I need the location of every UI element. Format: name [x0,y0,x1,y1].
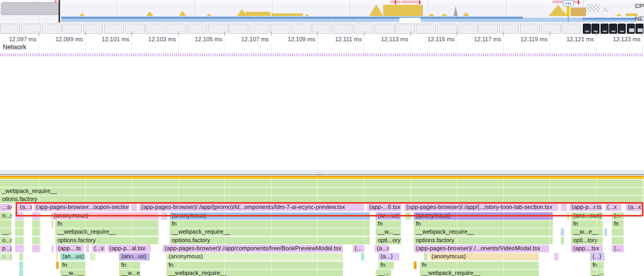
flame-bar[interactable]: p...js [0,245,12,252]
flame-bar[interactable] [612,228,624,236]
flame-bar[interactable]: fn [60,262,86,269]
flame-bar[interactable]: (app-p...al.tsx [107,245,151,252]
filmstrip-frame[interactable] [270,24,290,34]
flame-bar[interactable] [612,237,624,244]
flame-bar[interactable] [32,237,41,244]
filmstrip-frame[interactable] [104,24,124,34]
flame-bar[interactable]: (app....tsx [571,245,603,252]
filmstrip-frame[interactable] [583,24,591,34]
flame-bar[interactable]: (app-pages-browser)/./...onents/VideoMod… [414,245,550,252]
flame-bar[interactable]: __w...__ [60,270,86,276]
flame-bar[interactable]: options.factory [170,237,370,244]
flame-bar[interactable] [15,220,24,228]
flame-bar[interactable] [32,245,41,252]
flame-bar[interactable]: (ano...us) [119,253,150,260]
timeline-overview[interactable]: CPU NET [0,0,644,34]
filmstrip-frame[interactable] [42,24,62,34]
filmstrip-frame[interactable] [499,24,519,34]
filmstrip-frame[interactable] [291,24,311,34]
flame-bar[interactable]: __w...e__ [119,270,141,276]
flame-bar[interactable]: __webpack_require__ [55,228,159,236]
main-flame-chart[interactable]: _webpack_require__otions.factory...sx(a.… [0,175,644,276]
filmstrip-frame[interactable] [312,24,332,34]
filmstrip-frame[interactable] [21,24,41,34]
flame-bar[interactable]: __... [590,270,604,276]
flame-bar[interactable] [56,262,59,269]
flame-bar[interactable]: __w...e__ [571,228,603,236]
flame-bar[interactable] [52,245,54,252]
flame-bar[interactable]: __... [376,270,392,276]
filmstrip-frame[interactable] [478,24,498,34]
flame-bar[interactable]: __webpack_require__ [414,228,553,236]
flame-bar[interactable]: __webpack_require__ [170,228,370,236]
flame-bar[interactable]: __webpack_require__ [420,270,539,276]
flame-bar[interactable] [32,220,41,228]
filmstrip-frame[interactable] [0,24,20,34]
flame-bar[interactable]: fn [55,220,159,228]
flame-bar[interactable] [554,253,559,260]
flame-bar[interactable]: opti...tory [571,237,603,244]
flame-bar[interactable] [15,228,24,236]
filmstrip-frame[interactable] [145,24,165,34]
filmstrip-frame[interactable] [541,24,561,34]
flame-bar[interactable]: fn [420,262,539,269]
filmstrip-frame[interactable] [627,24,635,34]
flame-bar[interactable]: fn [378,262,394,269]
flame-bar[interactable] [19,262,24,269]
overview-window-handle-left[interactable] [58,0,60,23]
filmstrip-frame[interactable] [520,24,540,34]
flame-bar[interactable]: (...) [590,253,604,260]
filmstrip-frame[interactable] [591,24,599,34]
filmstrip-frame[interactable] [609,24,617,34]
flame-bar[interactable]: fn [376,220,401,228]
flame-bar[interactable]: fn [170,220,370,228]
flame-bar[interactable]: o...ry [0,237,12,244]
flame-bar[interactable] [86,245,90,252]
track-resize-handle[interactable]: ... [0,170,644,175]
flame-bar[interactable]: n...) [0,253,12,260]
filmstrip-frame[interactable] [561,24,581,34]
flame-bar[interactable] [56,253,58,260]
filmstrip-frame[interactable] [437,24,457,34]
flame-bar[interactable]: (an...us) [60,253,86,260]
flame-bar[interactable] [15,245,24,252]
flame-bar[interactable]: (...x [92,245,106,252]
filmstrip-frame[interactable] [375,24,394,34]
filmstrip-frame[interactable] [601,24,609,34]
playhead-grip-handle[interactable] [563,0,574,6]
flame-bar[interactable] [0,180,644,187]
flame-bar[interactable]: n...s) [0,212,12,220]
flame-bar[interactable]: fn [119,262,141,269]
time-ruler[interactable]: 12,097 ms12,099 ms12,101 ms12,103 ms12,1… [0,34,644,42]
filmstrip-frame[interactable] [250,24,269,34]
filmstrip-frame[interactable] [618,24,626,34]
flame-bar[interactable]: (app-pages-browser)/./app/components/fre… [163,245,343,252]
filmstrip-frame[interactable] [395,24,415,34]
flame-bar[interactable] [32,228,41,236]
flame-task-bar[interactable] [0,176,644,179]
flame-bar[interactable]: (... [353,245,365,252]
flame-bar[interactable]: (app....ts [56,245,84,252]
flame-bar[interactable]: __...__ [0,228,12,236]
flame-bar[interactable]: (a...) [378,253,400,260]
flame-bar[interactable]: options.factory [414,237,553,244]
filmstrip-frame[interactable] [458,24,478,34]
flame-bar[interactable]: opti...ory [376,237,401,244]
flame-bar[interactable]: (a...sx [375,245,389,252]
filmstrip-frame[interactable] [125,24,145,34]
filmstrip-frame[interactable] [333,24,353,34]
flame-bar[interactable]: (anonymous) [429,253,539,260]
flame-bar[interactable] [52,220,54,228]
flame-bar[interactable] [0,220,12,228]
flame-bar[interactable]: fn [590,262,604,269]
filmstrip-frame[interactable] [62,24,82,34]
flame-bar[interactable]: fn [571,220,603,228]
flame-bar[interactable] [90,253,96,260]
filmstrip-frame[interactable] [187,24,207,34]
flame-bar[interactable]: _webpack_require__ [0,188,644,195]
flame-bar[interactable] [424,253,428,260]
flame-bar[interactable]: fn [612,220,624,228]
flame-bar[interactable] [604,228,608,236]
flame-bar[interactable] [561,237,565,244]
flame-bar[interactable] [414,262,417,269]
